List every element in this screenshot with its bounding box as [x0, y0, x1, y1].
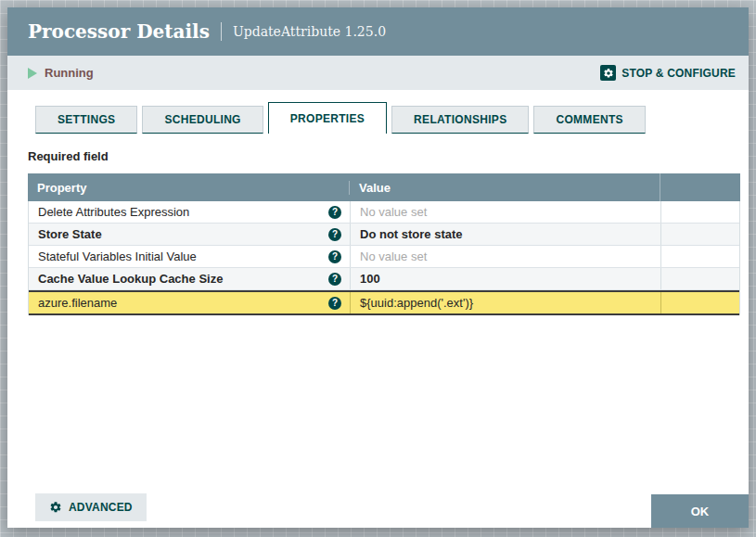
stop-configure-gear-icon	[600, 65, 616, 81]
help-icon[interactable]: ?	[328, 206, 341, 219]
filler-cell	[660, 246, 739, 267]
help-icon[interactable]: ?	[328, 297, 341, 310]
advanced-button[interactable]: ADVANCED	[35, 493, 147, 521]
value-cell: Do not store state	[350, 224, 660, 245]
title-divider	[221, 22, 222, 41]
filler-cell	[660, 224, 739, 245]
tab-bar: SETTINGS SCHEDULING PROPERTIES RELATIONS…	[35, 102, 740, 134]
property-cell: azure.filename ?	[29, 292, 350, 313]
running-play-icon	[28, 68, 37, 79]
help-icon[interactable]: ?	[328, 228, 341, 241]
tab-comments[interactable]: COMMENTS	[533, 106, 645, 134]
property-cell: Stateful Variables Initial Value ?	[29, 246, 350, 267]
property-cell: Cache Value Lookup Cache Size ?	[29, 268, 350, 289]
tab-scheduling[interactable]: SCHEDULING	[142, 106, 263, 134]
property-name: Stateful Variables Initial Value	[38, 249, 197, 263]
properties-table: Property Value Delete Attributes Express…	[28, 173, 740, 315]
value-cell: ${uuid:append('.ext')}	[350, 292, 660, 313]
property-name: Cache Value Lookup Cache Size	[38, 272, 223, 286]
help-icon[interactable]: ?	[328, 273, 341, 286]
stop-and-configure-button[interactable]: STOP & CONFIGURE	[600, 65, 736, 81]
run-state: Running	[28, 66, 94, 80]
nifi-canvas-background: Processor Details UpdateAttribute 1.25.0…	[0, 0, 756, 537]
table-body: Delete Attributes Expression ? No value …	[28, 201, 740, 315]
processor-type-version: UpdateAttribute 1.25.0	[233, 24, 386, 39]
value-cell: No value set	[350, 246, 660, 267]
processor-details-dialog: Processor Details UpdateAttribute 1.25.0…	[7, 7, 749, 528]
filler-cell	[660, 201, 739, 223]
stop-configure-label: STOP & CONFIGURE	[621, 67, 736, 80]
required-field-hint: Required field	[28, 149, 740, 163]
filler-cell	[660, 292, 739, 313]
filler-cell	[660, 268, 739, 289]
tab-properties[interactable]: PROPERTIES	[268, 102, 387, 134]
property-value: No value set	[360, 249, 427, 263]
ok-button[interactable]: OK	[651, 494, 749, 528]
dialog-content: SETTINGS SCHEDULING PROPERTIES RELATIONS…	[7, 102, 749, 315]
status-bar: Running STOP & CONFIGURE	[7, 56, 749, 90]
property-name: azure.filename	[38, 296, 117, 310]
column-header-property: Property	[28, 181, 349, 195]
property-name: Store State	[38, 227, 102, 241]
table-row-highlighted[interactable]: azure.filename ? ${uuid:append('.ext')}	[29, 290, 739, 315]
tab-relationships[interactable]: RELATIONSHIPS	[391, 106, 529, 134]
property-name: Delete Attributes Expression	[38, 205, 189, 219]
property-value: 100	[360, 272, 380, 286]
table-row[interactable]: Store State ? Do not store state	[29, 224, 739, 246]
property-value: ${uuid:append('.ext')}	[360, 296, 473, 310]
help-icon[interactable]: ?	[328, 250, 341, 263]
advanced-label: ADVANCED	[69, 501, 133, 514]
value-cell: No value set	[350, 201, 660, 223]
table-row[interactable]: Delete Attributes Expression ? No value …	[29, 201, 739, 224]
gear-icon	[49, 501, 62, 514]
column-header-filler	[660, 173, 740, 201]
tab-settings[interactable]: SETTINGS	[35, 106, 137, 134]
dialog-title: Processor Details	[28, 20, 210, 43]
value-cell: 100	[350, 268, 660, 289]
column-header-value: Value	[349, 181, 660, 195]
property-cell: Store State ?	[29, 224, 350, 245]
table-row[interactable]: Stateful Variables Initial Value ? No va…	[29, 246, 739, 268]
table-row[interactable]: Cache Value Lookup Cache Size ? 100	[29, 268, 739, 290]
property-cell: Delete Attributes Expression ?	[29, 201, 350, 223]
property-value: No value set	[360, 205, 427, 219]
running-label: Running	[45, 66, 94, 80]
dialog-header: Processor Details UpdateAttribute 1.25.0	[7, 7, 749, 56]
table-header-row: Property Value	[28, 173, 740, 201]
property-value: Do not store state	[360, 227, 463, 241]
